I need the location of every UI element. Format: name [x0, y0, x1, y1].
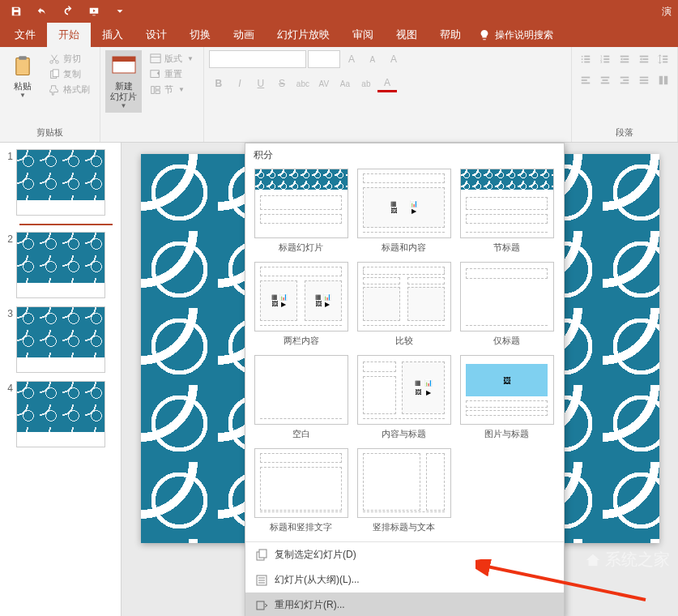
layout-title-content[interactable]: ▦📊🖼▶标题和内容 — [355, 167, 453, 255]
tab-view[interactable]: 视图 — [385, 23, 429, 47]
bold-button[interactable]: B — [209, 75, 228, 92]
svg-rect-23 — [603, 62, 609, 63]
align-right-button[interactable] — [616, 71, 633, 89]
cut-button[interactable]: 剪切 — [45, 52, 93, 66]
decrease-indent-button[interactable] — [616, 50, 633, 68]
layout-picture-caption[interactable]: 图片与标题 — [458, 353, 556, 442]
tab-review[interactable]: 审阅 — [341, 23, 385, 47]
svg-text:3: 3 — [600, 60, 603, 64]
svg-rect-36 — [601, 77, 610, 79]
layout-content-caption[interactable]: ▦📊🖼▶内容与标题 — [355, 353, 453, 442]
group-clipboard: 粘贴 ▼ 剪切 复制 格式刷 剪贴板 — [0, 47, 100, 142]
font-name-input[interactable] — [209, 50, 306, 68]
change-case-button[interactable]: Aa — [335, 75, 355, 92]
slide-thumb[interactable]: 2 — [3, 232, 117, 298]
copy-button[interactable]: 复制 — [45, 67, 93, 81]
tab-help[interactable]: 帮助 — [429, 23, 472, 47]
qat-redo[interactable] — [58, 2, 78, 21]
group-paragraph: 123 段落 — [572, 47, 678, 142]
layout-label: 标题幻灯片 — [279, 242, 323, 254]
columns-button[interactable] — [655, 71, 672, 89]
strike-button[interactable]: S — [272, 75, 292, 92]
char-spacing-button[interactable]: AV — [314, 75, 334, 92]
slide-thumbnail-2[interactable] — [16, 232, 105, 298]
layout-vertical-title[interactable]: 竖排标题与文本 — [355, 447, 453, 535]
slide-thumbnail-4[interactable] — [16, 381, 105, 447]
tab-file[interactable]: 文件 — [3, 23, 47, 47]
layout-title-only[interactable]: 仅标题 — [458, 260, 556, 349]
slide-thumbnail-1[interactable] — [16, 149, 105, 216]
shrink-font-button[interactable]: A — [363, 50, 382, 68]
svg-rect-44 — [640, 83, 649, 84]
layout-thumb — [460, 169, 554, 238]
reset-button[interactable]: 重置 — [147, 67, 197, 81]
workspace: 1 2 3 4 积分 标题幻灯片▦📊🖼▶标题和内容节标题▦📊🖼▶▦📊🖼▶两栏内容… — [0, 143, 678, 616]
new-slide-button[interactable]: 新建 幻灯片 ▼ — [105, 50, 142, 113]
slide-thumbnail-panel[interactable]: 1 2 3 4 — [0, 143, 122, 616]
layout-thumb — [460, 355, 554, 425]
shadow-button[interactable]: abc — [293, 75, 313, 92]
layout-title-vertical[interactable]: 标题和竖排文字 — [252, 447, 350, 535]
tell-me-search[interactable]: 操作说明搜索 — [479, 23, 553, 47]
layout-button[interactable]: 版式▼ — [147, 52, 197, 66]
layout-thumb — [357, 448, 451, 518]
tab-transitions[interactable]: 切换 — [178, 23, 222, 47]
menu-duplicate-slides[interactable]: 复制选定幻灯片(D) — [245, 542, 564, 567]
increase-indent-button[interactable] — [635, 50, 653, 68]
slide-thumb[interactable]: 3 — [3, 306, 117, 373]
layout-section[interactable]: 节标题 — [458, 167, 556, 255]
svg-rect-17 — [584, 62, 590, 63]
slide-thumb[interactable]: 4 — [3, 381, 117, 447]
numbering-button[interactable]: 123 — [596, 50, 614, 68]
qat-save[interactable] — [6, 2, 26, 21]
font-color-button[interactable]: A — [377, 75, 397, 92]
grow-font-button[interactable]: A — [342, 50, 361, 68]
clipboard-icon — [10, 53, 36, 79]
layout-label: 节标题 — [493, 242, 520, 254]
layout-thumb — [460, 262, 554, 332]
group-label-font — [209, 127, 566, 140]
layout-title[interactable]: 标题幻灯片 — [252, 167, 350, 255]
layout-thumb — [254, 355, 348, 425]
align-center-button[interactable] — [596, 71, 614, 89]
font-size-input[interactable] — [308, 50, 340, 68]
highlight-button[interactable]: ab — [356, 75, 376, 92]
svg-rect-41 — [620, 83, 629, 84]
bullets-button[interactable] — [577, 50, 595, 68]
layout-blank[interactable]: 空白 — [252, 353, 350, 442]
window-title: 演 — [662, 5, 672, 19]
underline-button[interactable]: U — [251, 75, 271, 92]
layout-two-content[interactable]: ▦📊🖼▶▦📊🖼▶两栏内容 — [252, 260, 350, 349]
align-left-button[interactable] — [577, 71, 595, 89]
svg-rect-48 — [259, 550, 267, 558]
section-button[interactable]: 节▼ — [147, 83, 197, 96]
svg-point-16 — [582, 62, 583, 63]
svg-rect-39 — [620, 77, 629, 79]
ribbon: 粘贴 ▼ 剪切 复制 格式刷 剪贴板 新建 幻灯片 ▼ 版式▼ 重置 节▼ — [0, 47, 678, 143]
tab-insert[interactable]: 插入 — [91, 23, 134, 47]
italic-button[interactable]: I — [230, 75, 249, 92]
menu-slides-from-outline[interactable]: 幻灯片(从大纲)(L)... — [245, 567, 564, 592]
menu-reuse-slides[interactable]: 重用幻灯片(R)... — [245, 592, 564, 616]
slide-thumb[interactable]: 1 — [3, 149, 117, 216]
layout-thumb — [357, 262, 451, 332]
qat-undo[interactable] — [32, 2, 52, 21]
clear-formatting-button[interactable]: A — [384, 50, 403, 68]
format-painter-button[interactable]: 格式刷 — [45, 83, 93, 96]
layout-comparison[interactable]: 比较 — [355, 260, 453, 349]
paste-button[interactable]: 粘贴 ▼ — [5, 50, 41, 102]
layout-thumb: ▦📊🖼▶▦📊🖼▶ — [254, 262, 348, 332]
slide-thumbnail-3[interactable] — [16, 306, 105, 373]
svg-rect-43 — [640, 79, 649, 81]
qat-more[interactable] — [110, 2, 130, 21]
group-label-paragraph: 段落 — [577, 125, 672, 140]
tab-animations[interactable]: 动画 — [222, 23, 266, 47]
qat-start-slideshow[interactable] — [84, 2, 104, 21]
justify-button[interactable] — [635, 71, 653, 89]
tab-home[interactable]: 开始 — [47, 23, 91, 47]
tab-design[interactable]: 设计 — [134, 23, 178, 47]
svg-rect-25 — [623, 58, 629, 60]
tab-slideshow[interactable]: 幻灯片放映 — [266, 23, 341, 47]
slide-editor[interactable]: 积分 标题幻灯片▦📊🖼▶标题和内容节标题▦📊🖼▶▦📊🖼▶两栏内容比较仅标题空白▦… — [122, 143, 678, 616]
line-spacing-button[interactable] — [655, 50, 672, 68]
